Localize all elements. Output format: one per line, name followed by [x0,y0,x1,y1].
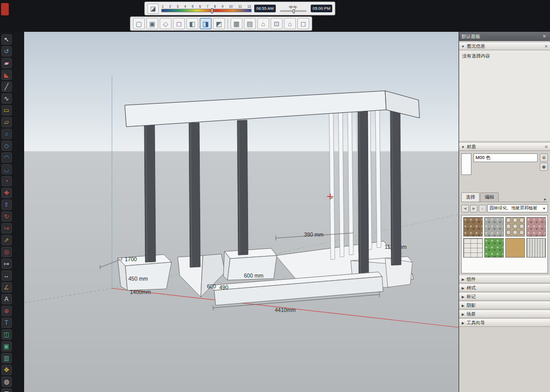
3d-text-tool[interactable]: T [2,318,12,328]
shadow-toggle-button[interactable]: ◪ [147,4,159,14]
section-plane-icon: ◫ [4,331,9,338]
material-swatch-grass-green[interactable] [484,238,504,258]
back-view-button[interactable]: ◻ [297,18,309,29]
textured-cube-button[interactable]: ▦ [231,18,242,29]
section-components[interactable]: ▶组件 [459,276,550,283]
material-category-dropdown[interactable]: 园林绿化、地被层和植被 ▼ [487,204,548,212]
rotate-tool[interactable]: ↻ [2,211,12,222]
tray-title-bar[interactable]: 默认面板 ✕ [459,32,550,41]
rectangle-tool[interactable]: ▭ [2,105,12,115]
circle-tool[interactable]: ○ [2,129,12,139]
shaded-with-textures-button[interactable]: ◨ [200,18,212,29]
material-swatch-gravel-brown[interactable] [463,217,483,237]
section-styles[interactable]: ▶样式 [459,284,550,292]
move-tool[interactable]: ✚ [2,188,12,198]
follow-me-tool[interactable]: ↪ [2,223,12,233]
section-shadows[interactable]: ▶阴影 [459,302,550,309]
sample-paint-button[interactable]: ◉ [540,163,548,171]
section-instructor[interactable]: ▶工具向导 [459,319,550,327]
entity-info-close-icon[interactable]: ✕ [544,44,548,49]
collapse-right-icon: ▶ [462,295,464,299]
protractor-tool[interactable]: ∠ [2,282,12,292]
section-fill-tool[interactable]: ▣ [2,341,12,351]
monochrome-button[interactable]: ◩ [213,18,225,29]
materials-header[interactable]: ▼ 材质 ✕ [459,143,550,151]
home-button[interactable]: ⌂ [479,205,486,212]
line-tool[interactable]: ╱ [2,82,12,92]
material-swatch-brick-white[interactable] [463,238,483,258]
time-slider-track[interactable] [280,10,307,12]
select-tool[interactable]: ↖ [2,34,12,45]
time-slider-thumb[interactable] [293,9,295,13]
iso-view-button[interactable]: ⌂ [257,18,269,29]
month-label-1: 1 [162,5,164,9]
viewport-svg[interactable]: 1172 mm [24,32,459,392]
column-4[interactable] [358,108,369,286]
push-pull-tool[interactable]: ⇧ [2,200,12,210]
tab-select[interactable]: 选择 [461,192,480,202]
paint-bucket-icon: ◣ [4,72,9,78]
forward-button[interactable]: ► [470,205,478,212]
zoom-window-tool[interactable]: ⊡ [2,388,12,392]
freehand-tool[interactable]: ∿ [2,93,12,104]
two-point-arc-icon: ◡ [4,166,9,172]
brick-cube-button[interactable]: ▤ [244,18,256,29]
details-icon[interactable]: ▸ [542,197,548,202]
column-2[interactable] [189,123,200,267]
material-swatch-gravel-gray[interactable] [484,217,504,237]
date-slider[interactable]: 123456789101112 [161,5,252,12]
front-view-button[interactable]: ⌂ [284,18,296,29]
material-swatch-fence-white[interactable] [526,238,546,258]
column-1[interactable] [144,124,156,262]
scale-tool[interactable]: ⇗ [2,235,12,245]
month-label-8: 8 [214,5,216,9]
create-material-button[interactable]: ⊕ [540,153,548,162]
column-5[interactable] [390,105,401,265]
collapse-icon[interactable]: ▼ [461,45,465,48]
tape-measure-tool[interactable]: ↦ [2,259,12,269]
tray-close-icon[interactable]: ✕ [541,34,547,39]
axes-tool[interactable]: ⊕ [2,306,12,316]
material-preview[interactable] [461,153,471,175]
paint-bucket-tool[interactable]: ◣ [2,70,12,80]
collapse-icon[interactable]: ▼ [461,145,465,149]
section-display-tool[interactable]: ▥ [2,353,12,363]
modeling-viewport[interactable]: 1172 mm [24,32,459,392]
materials-close-icon[interactable]: ✕ [544,145,548,149]
back-edges-button[interactable]: ▣ [146,18,158,29]
wireframe-button[interactable]: ◇ [160,18,172,29]
column-3[interactable] [237,120,248,255]
date-gradient-track[interactable] [161,9,252,12]
back-button[interactable]: ◄ [461,205,469,212]
arc-tool[interactable]: ◠ [2,152,12,163]
material-swatch-sand-tan[interactable] [505,238,525,258]
section-scenes[interactable]: ▶场景 [459,310,550,318]
material-swatch-pebbles-tan[interactable] [505,217,525,237]
section-tags[interactable]: ▶标记 [459,293,550,301]
text-tool[interactable]: A [2,294,12,304]
date-slider-thumb[interactable] [211,8,213,13]
time-slider[interactable]: 中午 [278,4,308,14]
pan-tool[interactable]: ✥ [2,365,12,375]
month-label-11: 11 [238,5,242,9]
polygon-tool[interactable]: ◇ [2,141,12,151]
entity-info-header[interactable]: ▼ 图元信息 ✕ [459,43,550,50]
section-plane-tool[interactable]: ◫ [2,329,12,340]
tab-edit[interactable]: 编辑 [480,192,499,202]
top-toolbar-area: ◪ 123456789101112 06:55 AM 中午 05:00 PM ▢… [0,0,550,32]
top-view-button[interactable]: ⊡ [271,18,282,29]
eraser-tool[interactable]: ▰ [2,58,12,68]
zoom-tool[interactable]: ◍ [2,377,12,387]
dimension-tool[interactable]: ↔ [2,270,12,281]
material-swatch-stone-pink[interactable] [526,217,546,237]
pie-tool[interactable]: ◔ [2,176,12,186]
two-point-arc-tool[interactable]: ◡ [2,164,12,174]
offset-tool[interactable]: ◎ [2,247,12,257]
rotated-rectangle-tool[interactable]: ▱ [2,117,12,127]
offset-icon: ◎ [4,249,9,255]
x-ray-button[interactable]: ▢ [133,18,145,29]
orbit-tool[interactable]: ↺ [2,46,12,56]
material-name-input[interactable] [473,153,538,162]
shaded-button[interactable]: ◧ [186,18,198,29]
hidden-line-button[interactable]: ◻ [173,18,185,29]
